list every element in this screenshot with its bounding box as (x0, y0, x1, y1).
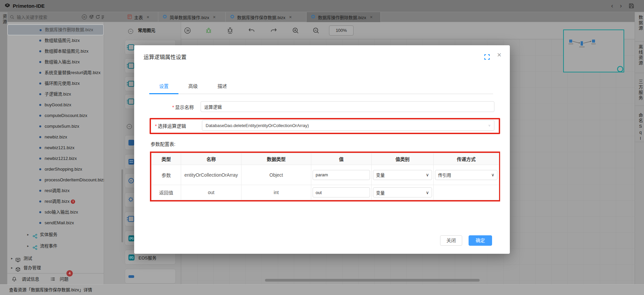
eos-service-label: EOS服务 (139, 254, 156, 261)
file-tree-item[interactable]: sdo输入输出.bizx (7, 207, 104, 218)
search-bar: AI (7, 12, 104, 22)
file-tree-item[interactable]: 数组输入输出.bizx (7, 57, 104, 67)
display-name-input[interactable] (201, 101, 494, 112)
problems-list-icon (50, 277, 55, 283)
value-category-select[interactable]: 变量∨ (373, 187, 432, 197)
fullscreen-expand-icon[interactable] (484, 54, 490, 61)
run-icon[interactable] (184, 27, 191, 34)
service-network-icon (33, 243, 38, 254)
chip-save-icon (128, 81, 134, 87)
tab-advanced[interactable]: 高级 (178, 81, 208, 94)
value-category-select[interactable]: 变量∨ (373, 170, 432, 180)
file-tree-item[interactable]: rest调用.bizx (7, 185, 104, 196)
caret-right-icon[interactable]: ▸ (27, 241, 29, 251)
file-tree-item[interactable]: computeSum.bizx (7, 121, 104, 132)
divider (635, 142, 644, 142)
tree-node-entity-service[interactable]: ▸ 实体服务 (7, 229, 104, 240)
right-tab-datasource[interactable]: 数据源 (637, 15, 644, 31)
tab-close-icon[interactable]: × (147, 14, 149, 20)
file-dot-icon (39, 93, 41, 95)
file-tree-item[interactable]: 系统变量替换resturl调用.bizx (7, 67, 104, 78)
search-input[interactable] (16, 13, 66, 21)
collapse-group-icon[interactable]: − (128, 29, 133, 34)
collapse-group-icon[interactable]: − (127, 124, 132, 129)
right-tab-third-party-service[interactable]: 三方服务 (637, 79, 644, 101)
file-tree-item[interactable]: 循环图元使用.bizx (7, 78, 104, 89)
caret-right-icon[interactable]: ▸ (27, 229, 29, 240)
chevron-down-icon: ∨ (491, 172, 494, 177)
right-tab-named-sql[interactable]: 命名Sql (637, 113, 644, 142)
chevron-down-icon: ∨ (426, 172, 429, 177)
file-tree-item[interactable]: computeDiscount.bizx (7, 110, 104, 121)
file-tree-item[interactable]: 子逻辑流.bizx (7, 89, 104, 100)
minimap[interactable] (563, 30, 624, 72)
horizontal-scrollbar[interactable] (265, 279, 480, 282)
new-resource-icon[interactable] (89, 14, 94, 21)
tree-node-supervise[interactable]: ▸ 督办管理 (7, 262, 104, 273)
tab-db-delete-data-active[interactable]: 数据库操作删除数据.bizx × (307, 12, 381, 22)
zoom-in-icon[interactable] (292, 27, 299, 34)
debug-info-tab[interactable]: 调试信息 (22, 274, 39, 285)
resource-tree-panel: 数据库操作删除数据.bizx 数组赋值图元.bizx 数组脚本赋值图元.bizx… (7, 22, 104, 284)
palette-item[interactable] (125, 269, 176, 284)
file-tree-item-error[interactable]: rest调用.bizx! (7, 196, 104, 207)
minimap-flow-preview (564, 30, 624, 72)
undo-icon[interactable] (248, 27, 255, 34)
file-tree-item[interactable]: orderShopping.bizx (7, 164, 104, 175)
caret-right-icon[interactable]: ▸ (11, 262, 13, 273)
file-tree-item-selected[interactable]: 数据库操作删除数据.bizx (7, 24, 104, 35)
redo-icon[interactable] (270, 27, 277, 34)
tab-main-table[interactable]: 主表 × (123, 12, 158, 22)
file-tree-item[interactable]: newbiz121.bizx (7, 142, 104, 153)
save-icon[interactable] (629, 3, 634, 10)
table-file-icon (127, 14, 132, 20)
chip-logic-icon (128, 216, 134, 222)
tab-close-icon[interactable]: × (289, 14, 292, 20)
logic-select-dropdown[interactable]: DatabaseDao.deleteEntity(entityOrCollect… (202, 120, 494, 131)
palette-scrollbar[interactable] (121, 169, 123, 242)
refresh-icon[interactable] (95, 14, 100, 21)
right-tab-offline-resource[interactable]: 离线资源 (637, 45, 644, 66)
return-value-input[interactable] (313, 187, 370, 197)
status-bar: 查看资源「数据库操作保存数据.bizx」详情 (0, 284, 644, 295)
file-tree-item[interactable]: processOrderItemDiscount.bizx (7, 175, 104, 185)
rest-service-icon: {R} (128, 235, 135, 241)
zoom-out-icon[interactable] (312, 27, 320, 34)
tab-close-icon[interactable]: × (213, 14, 216, 20)
pass-mode-select[interactable]: 传引用∨ (435, 170, 497, 180)
file-dot-icon (39, 179, 41, 181)
tab-label: 简单数据库操作.bizx (170, 14, 209, 20)
eos-service-icon: {E} (128, 254, 135, 260)
empty-cell (434, 185, 499, 200)
param-value-input[interactable] (313, 170, 370, 180)
zoom-level-indicator[interactable]: 100% (329, 25, 354, 36)
active-tab-underline (149, 93, 178, 94)
tab-description[interactable]: 描述 (208, 81, 237, 94)
file-tree-item[interactable]: buyGood.bizx (7, 100, 104, 110)
tab-simple-db-ops[interactable]: 简单数据库操作.bizx × (158, 12, 226, 22)
file-tree-item[interactable]: 数组赋值图元.bizx (7, 35, 104, 46)
file-dot-icon (39, 72, 41, 74)
debug-step-icon[interactable] (226, 27, 234, 34)
tab-settings[interactable]: 设置 (149, 81, 178, 94)
nav-back-icon[interactable]: ‹ (611, 3, 613, 9)
file-tree-item[interactable]: 数组脚本赋值图元.bizx (7, 46, 104, 57)
close-icon[interactable]: × (497, 51, 501, 59)
sidebar-footer: 调试信息 问题 (7, 273, 104, 284)
confirm-button[interactable]: 确定 (469, 235, 492, 246)
nav-forward-icon[interactable]: › (620, 3, 622, 9)
tab-close-icon[interactable]: × (370, 14, 373, 20)
tab-label: 主表 (134, 14, 143, 20)
resource-strip-label[interactable]: 资源 (1, 14, 8, 25)
tree-node-process-event[interactable]: ▸ 流程事件 (7, 241, 104, 251)
ai-icon[interactable]: AI (82, 14, 87, 19)
chip-delete-icon (128, 99, 134, 105)
tab-db-save-data[interactable]: 数据库操作保存数据.bizx × (226, 12, 307, 22)
problems-count-badge: 4 (66, 270, 73, 277)
file-tree-item[interactable]: newbiz.bizx (7, 132, 104, 142)
file-tree-item[interactable]: sendEMail.bizx (7, 218, 104, 228)
close-button[interactable]: 关闭 (440, 235, 462, 246)
debug-run-icon[interactable] (205, 27, 212, 34)
file-dot-icon (40, 29, 42, 31)
file-tree-item[interactable]: newbiz1212.bizx (7, 153, 104, 164)
